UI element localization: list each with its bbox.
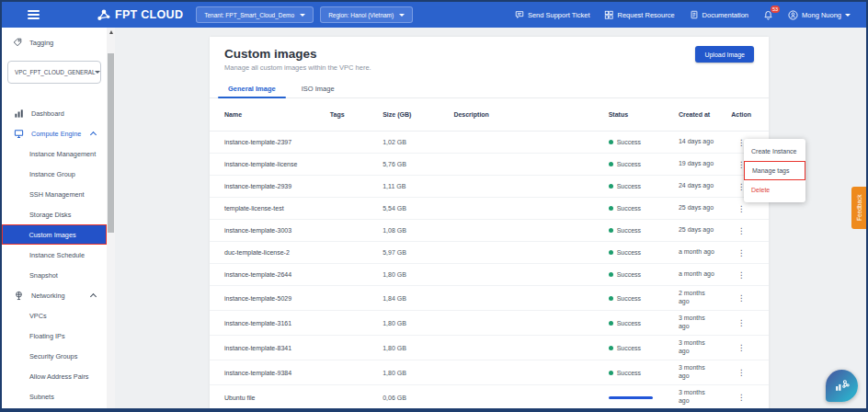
- cell-status: Success: [605, 345, 674, 351]
- column-header-name: Name: [224, 111, 330, 118]
- logo-molecule-icon: [97, 8, 111, 21]
- feedback-tab[interactable]: Feedback: [851, 187, 866, 229]
- sidebar-item-networking[interactable]: Networking: [2, 285, 107, 305]
- cell-size: 1,02 GB: [383, 139, 453, 145]
- cell-created: 25 days ago: [674, 226, 725, 235]
- navbar-right: Send Support TicketRequest ResourceDocum…: [515, 10, 866, 20]
- support-chat-button[interactable]: [826, 370, 858, 402]
- tab-iso-image[interactable]: ISO Image: [289, 80, 348, 97]
- table-row: instance-template-93841,80 GBSuccess3 mo…: [210, 360, 769, 385]
- sidebar-item-dashboard[interactable]: Dashboard: [2, 103, 107, 123]
- menu-item-create-instance[interactable]: Create Instance: [744, 142, 805, 161]
- sidebar-item-snapshot[interactable]: Snapshot: [2, 265, 107, 285]
- status-dot-icon: [609, 228, 613, 233]
- cell-name: template-license-test: [224, 205, 330, 212]
- status-dot-icon: [609, 321, 613, 326]
- user-menu[interactable]: Mong Nuong: [788, 10, 851, 20]
- cell-size: 1,80 GB: [383, 345, 453, 351]
- user-name: Mong Nuong: [802, 11, 841, 19]
- row-actions-button[interactable]: ⋮: [725, 204, 758, 213]
- chat-bubble-icon: [833, 377, 851, 395]
- row-actions-button[interactable]: ⋮: [725, 293, 758, 303]
- column-header-status: Status: [605, 111, 674, 118]
- sidebar-item-vpcs[interactable]: VPCs: [2, 305, 107, 326]
- sidebar-item-custom-images[interactable]: Custom Images: [2, 224, 107, 245]
- status-label: Success: [617, 345, 641, 351]
- table-row: Ubuntu file0,06 GB3 months ago⋮: [210, 385, 769, 410]
- documentation-label: Documentation: [702, 11, 748, 19]
- region-selector[interactable]: Region: Hanoi (Vietnam): [320, 6, 413, 23]
- cell-action: ⋮: [725, 393, 758, 402]
- menu-item-delete[interactable]: Delete: [744, 180, 805, 200]
- notification-badge: 53: [771, 6, 780, 14]
- status-dot-icon: [609, 250, 613, 255]
- vpc-selector[interactable]: VPC_FPT_CLOUD_GENERAL: [7, 61, 101, 84]
- cell-status: Success: [605, 271, 674, 278]
- row-actions-button[interactable]: ⋮: [725, 270, 758, 280]
- table-row: template-license-test5,54 GBSuccess25 da…: [210, 198, 769, 220]
- send-support-ticket-link[interactable]: Send Support Ticket: [515, 10, 590, 19]
- sidebar-item-instance-group[interactable]: Instance Group: [2, 164, 107, 184]
- logo-text: FPT CLOUD: [115, 8, 183, 21]
- status-label: Success: [617, 320, 641, 326]
- documentation-link[interactable]: Documentation: [690, 10, 748, 19]
- sidebar-item-security-groups[interactable]: Security Groups: [2, 346, 107, 366]
- navbar-links: Send Support TicketRequest ResourceDocum…: [515, 10, 748, 19]
- cell-name: instance-template-license: [224, 161, 330, 167]
- tab-general-image[interactable]: General Image: [215, 80, 289, 97]
- status-label: Success: [617, 271, 641, 278]
- sidebar-item-label: Subnets: [29, 393, 54, 401]
- status-label: Success: [617, 183, 641, 189]
- table-row: instance-template-26441,80 GBSuccessa mo…: [210, 264, 769, 286]
- cell-created: 14 days ago: [674, 138, 725, 146]
- cell-status: Success: [605, 205, 674, 212]
- sidebar-item-instance-schedule[interactable]: Instance Schedule: [2, 245, 107, 265]
- sidebar-item-floating-ips[interactable]: Floating IPs: [2, 326, 107, 346]
- sidebar-scrollbar[interactable]: [107, 28, 115, 408]
- status-dot-icon: [609, 140, 613, 144]
- row-actions-button[interactable]: ⋮: [725, 343, 758, 352]
- table-row: duc-template-license-25,97 GBSuccessa mo…: [210, 242, 769, 264]
- column-header-created-at: Created at: [674, 111, 725, 118]
- sidebar-item-subnets[interactable]: Subnets: [2, 386, 107, 406]
- row-actions-button[interactable]: ⋮: [725, 248, 758, 258]
- menu-toggle-icon[interactable]: [28, 10, 40, 18]
- sidebar-item-compute-engine[interactable]: Compute Engine: [2, 123, 107, 143]
- menu-item-manage-tags[interactable]: Manage tags: [744, 161, 805, 180]
- status-dot-icon: [609, 162, 613, 166]
- sidebar-item-allow-address-pairs[interactable]: Allow Address Pairs: [2, 366, 107, 386]
- cell-action: ⋮: [725, 368, 758, 377]
- upload-image-button[interactable]: Upload Image: [695, 46, 754, 63]
- row-actions-button[interactable]: ⋮: [725, 368, 758, 377]
- row-actions-button[interactable]: ⋮: [725, 226, 758, 235]
- fpt-cloud-logo[interactable]: FPT CLOUD: [97, 8, 183, 21]
- cell-status: Success: [605, 183, 674, 189]
- request-resource-link[interactable]: Request Resource: [604, 10, 674, 19]
- scrollbar-thumb[interactable]: [108, 53, 114, 233]
- table-row: instance-template-license5,76 GBSuccess1…: [210, 154, 769, 176]
- sidebar-item-instance-management[interactable]: Instance Management: [2, 143, 107, 164]
- column-header-tags: Tags: [330, 111, 383, 118]
- table-row: instance-template-31611,80 GBSuccess3 mo…: [210, 311, 769, 336]
- chevron-down-icon: [845, 14, 851, 17]
- notifications-button[interactable]: 53: [763, 10, 773, 20]
- navbar-left: FPT CLOUD Tenant: FPT_Smart_Cloud_Demo R…: [2, 2, 413, 28]
- table-row: instance-template-30031,08 GBSuccess25 d…: [210, 220, 769, 242]
- page-title: Custom images: [224, 47, 754, 61]
- sidebar-item-label: Instance Schedule: [29, 251, 85, 259]
- sidebar-item-label: Storage Disks: [29, 211, 71, 219]
- table-body: instance-template-23971,02 GBSuccess14 d…: [210, 132, 769, 410]
- sidebar-item-tagging[interactable]: Tagging: [2, 35, 107, 50]
- cell-size: 1,80 GB: [383, 271, 453, 278]
- row-actions-button[interactable]: ⋮: [725, 393, 758, 402]
- status-dot-icon: [609, 206, 613, 211]
- status-label: Success: [617, 161, 641, 167]
- sidebar-item-ssh-management[interactable]: SSH Management: [2, 184, 107, 204]
- cell-status: Success: [605, 249, 674, 256]
- sidebar: Tagging VPC_FPT_CLOUD_GENERAL DashboardC…: [2, 28, 107, 408]
- sidebar-item-storage-disks[interactable]: Storage Disks: [2, 204, 107, 224]
- tenant-selector[interactable]: Tenant: FPT_Smart_Cloud_Demo: [196, 6, 314, 23]
- status-dot-icon: [609, 296, 613, 301]
- status-label: Success: [617, 227, 641, 234]
- row-actions-button[interactable]: ⋮: [725, 318, 758, 327]
